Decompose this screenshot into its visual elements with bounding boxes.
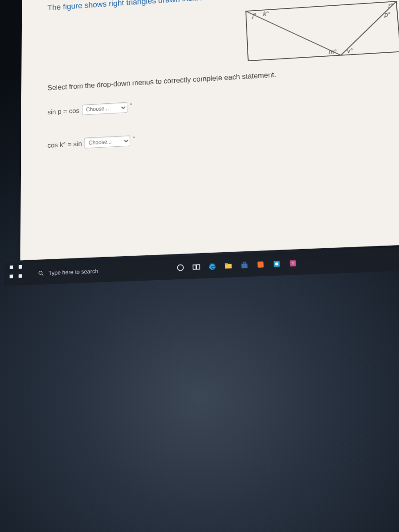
statement-row-1: sin p = cos Choose... ° <box>47 86 399 117</box>
svg-line-10 <box>42 274 43 275</box>
statement-2-dropdown[interactable]: Choose... <box>85 136 131 149</box>
svg-rect-0 <box>246 1 399 61</box>
pinned-app-2-icon[interactable] <box>269 257 284 272</box>
svg-text:k°: k° <box>263 10 269 17</box>
file-explorer-icon[interactable] <box>221 258 236 273</box>
svg-rect-19 <box>258 262 264 268</box>
search-placeholder: Type here to search <box>48 267 98 276</box>
degree-symbol: ° <box>133 136 135 141</box>
instruction-text: Select from the drop-down menus to corre… <box>47 63 399 92</box>
store-icon[interactable] <box>237 258 252 273</box>
svg-rect-12 <box>193 265 196 269</box>
svg-line-1 <box>246 5 340 61</box>
degree-symbol: ° <box>130 102 132 108</box>
svg-text:v°: v° <box>347 47 353 55</box>
taskbar-search[interactable]: Type here to search <box>33 259 165 282</box>
statement-1-dropdown[interactable]: Choose... <box>82 102 128 115</box>
svg-text:m°: m° <box>329 48 337 55</box>
svg-rect-16 <box>225 263 228 265</box>
pinned-app-icon[interactable] <box>253 257 268 272</box>
statement-1-prefix: sin p = cos <box>47 106 79 116</box>
cortana-icon[interactable] <box>173 260 188 275</box>
svg-rect-13 <box>197 265 200 269</box>
triangle-rectangle-diagram: j° k° m° v° r° p° <box>242 0 399 68</box>
svg-point-9 <box>39 271 42 274</box>
search-icon <box>38 270 44 276</box>
svg-text:T: T <box>292 262 294 266</box>
svg-text:r°: r° <box>388 2 393 9</box>
start-button[interactable] <box>5 260 31 287</box>
statement-row-2: cos k° = sin Choose... ° <box>47 121 399 151</box>
svg-text:p°: p° <box>383 11 391 18</box>
svg-text:j°: j° <box>251 12 257 19</box>
edge-icon[interactable] <box>205 259 219 274</box>
pinned-app-3-icon[interactable]: T <box>286 256 301 271</box>
statement-2-prefix: cos k° = sin <box>47 140 82 149</box>
svg-point-11 <box>177 265 184 271</box>
question-panel: The figure shows right triangles drawn i… <box>20 0 399 260</box>
svg-rect-18 <box>243 262 246 264</box>
task-view-icon[interactable] <box>189 260 203 274</box>
